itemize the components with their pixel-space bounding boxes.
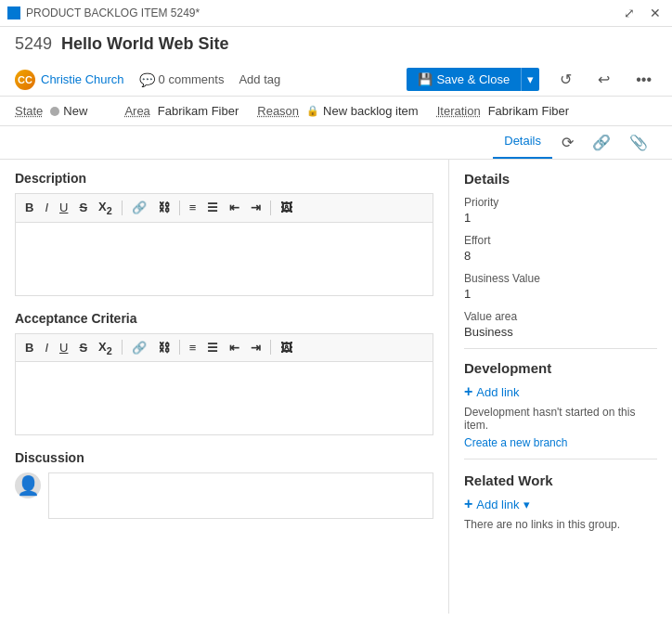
strikethrough-button-1[interactable]: S — [75, 199, 91, 216]
toolbar-sep-5 — [179, 340, 180, 355]
content-area: Description B I U S X2 🔗 ⛓ ≡ ☰ ⇤ ⇥ 🖼 Acc… — [0, 160, 672, 614]
image-button-2[interactable]: 🖼 — [277, 339, 296, 356]
list-button-1a[interactable]: ≡ — [186, 199, 200, 216]
underline-button-1[interactable]: U — [56, 199, 71, 216]
save-close-button[interactable]: 💾 Save & Close — [407, 68, 521, 91]
description-section-title: Description — [15, 171, 433, 186]
related-add-link-label: Add link — [476, 498, 519, 511]
related-add-link-button[interactable]: + Add link ▾ — [464, 496, 530, 512]
plus-icon-dev: + — [464, 383, 472, 400]
toolbar-sep-4 — [122, 340, 123, 355]
business-value-label: Business Value — [464, 272, 657, 285]
description-editor[interactable] — [15, 222, 433, 296]
sub-header: CC Christie Church 💬 0 comments Add tag … — [0, 63, 672, 97]
item-title[interactable]: Hello World Web Site — [61, 34, 228, 54]
tab-attachments[interactable]: 📎 — [620, 126, 657, 159]
save-icon: 💾 — [418, 72, 433, 86]
bold-button-1[interactable]: B — [21, 199, 37, 216]
related-work-section: Related Work + Add link ▾ There are no l… — [464, 472, 657, 531]
toolbar-sep-6 — [270, 340, 271, 355]
details-panel-title: Details — [464, 171, 657, 187]
tab-details[interactable]: Details — [493, 126, 552, 159]
save-close-label: Save & Close — [436, 72, 510, 86]
related-work-title: Related Work — [464, 472, 657, 488]
area-field: Area Fabrikam Fiber — [124, 104, 239, 118]
dev-note: Development hasn't started on this item. — [464, 406, 657, 432]
tab-history[interactable]: ⟳ — [552, 126, 583, 159]
priority-field: Priority 1 — [464, 196, 657, 225]
left-panel: Description B I U S X2 🔗 ⛓ ≡ ☰ ⇤ ⇥ 🖼 Acc… — [0, 160, 449, 614]
link2-button-2[interactable]: ⛓ — [154, 339, 174, 356]
priority-value[interactable]: 1 — [464, 211, 657, 225]
business-value-value[interactable]: 1 — [464, 287, 657, 301]
italic-button-2[interactable]: I — [41, 339, 52, 356]
iteration-label: Iteration — [437, 104, 481, 118]
acceptance-toolbar: B I U S X2 🔗 ⛓ ≡ ☰ ⇤ ⇥ 🖼 — [15, 333, 433, 362]
add-tag-button[interactable]: Add tag — [239, 72, 280, 86]
subscript-button-1[interactable]: X2 — [95, 198, 116, 218]
list-button-1b[interactable]: ☰ — [203, 199, 222, 216]
indent-button-1b[interactable]: ⇥ — [247, 199, 265, 216]
acceptance-criteria-editor[interactable] — [15, 361, 433, 435]
development-title: Development — [464, 360, 657, 376]
comments-area[interactable]: 💬 0 comments — [139, 72, 225, 87]
image-button-1[interactable]: 🖼 — [277, 199, 296, 216]
indent-button-2b[interactable]: ⇥ — [247, 339, 265, 356]
subscript-button-2[interactable]: X2 — [95, 338, 116, 358]
person-icon: 👤 — [17, 474, 40, 497]
area-value[interactable]: Fabrikam Fiber — [158, 104, 239, 118]
iteration-value[interactable]: Fabrikam Fiber — [488, 104, 569, 118]
priority-label: Priority — [464, 196, 657, 209]
bold-button-2[interactable]: B — [21, 339, 37, 356]
link-button-1[interactable]: 🔗 — [128, 199, 150, 216]
state-field: State New — [15, 104, 87, 118]
list-button-2a[interactable]: ≡ — [186, 339, 200, 356]
strikethrough-button-2[interactable]: S — [75, 339, 91, 356]
value-area-label: Value area — [464, 310, 657, 323]
right-panel: Details Priority 1 Effort 8 Business Val… — [449, 160, 672, 614]
state-value[interactable]: New — [63, 104, 87, 118]
user-info[interactable]: CC Christie Church — [15, 70, 124, 90]
toolbar-sep-3 — [270, 201, 271, 215]
avatar: CC — [15, 70, 35, 90]
comments-icon: 💬 — [139, 72, 155, 87]
save-dropdown-button[interactable]: ▾ — [521, 68, 539, 91]
user-name[interactable]: Christie Church — [41, 72, 124, 86]
close-button[interactable]: ✕ — [646, 4, 665, 22]
dev-add-link-label: Add link — [476, 385, 519, 399]
more-options-button[interactable]: ••• — [630, 68, 657, 92]
discussion-avatar: 👤 — [15, 472, 41, 498]
description-toolbar: B I U S X2 🔗 ⛓ ≡ ☰ ⇤ ⇥ 🖼 — [15, 193, 433, 222]
value-area-value[interactable]: Business — [464, 325, 657, 339]
link2-button-1[interactable]: ⛓ — [154, 199, 174, 216]
area-label: Area — [124, 104, 149, 118]
expand-button[interactable]: ⤢ — [620, 4, 639, 22]
reason-label: Reason — [257, 104, 299, 118]
state-dot — [50, 107, 59, 116]
list-button-2b[interactable]: ☰ — [203, 339, 222, 356]
effort-label: Effort — [464, 234, 657, 247]
indent-button-1a[interactable]: ⇤ — [226, 199, 243, 216]
effort-value[interactable]: 8 — [464, 249, 657, 263]
reason-value[interactable]: New backlog item — [323, 104, 419, 118]
title-bar: PRODUCT BACKLOG ITEM 5249* ⤢ ✕ — [0, 0, 672, 27]
refresh-button[interactable]: ↺ — [554, 67, 577, 92]
acceptance-criteria-title: Acceptance Criteria — [15, 311, 433, 326]
divider-2 — [464, 459, 657, 459]
tab-links[interactable]: 🔗 — [583, 126, 620, 159]
create-branch-link[interactable]: Create a new branch — [464, 436, 567, 449]
indent-button-2a[interactable]: ⇤ — [226, 339, 243, 356]
tabs: Details ⟳ 🔗 📎 — [0, 126, 672, 160]
main-header: 5249 Hello World Web Site — [0, 27, 672, 63]
toolbar-sep-1 — [122, 201, 123, 215]
discussion-input-row: 👤 — [15, 472, 433, 519]
divider-1 — [464, 348, 657, 349]
italic-button-1[interactable]: I — [41, 199, 52, 216]
underline-button-2[interactable]: U — [56, 339, 71, 356]
development-section: Development + Add link Development hasn'… — [464, 360, 657, 449]
link-button-2[interactable]: 🔗 — [128, 339, 150, 356]
undo-button[interactable]: ↩ — [592, 67, 615, 92]
save-group: 💾 Save & Close ▾ — [407, 68, 539, 91]
dev-add-link-button[interactable]: + Add link — [464, 383, 520, 400]
discussion-input[interactable] — [48, 472, 433, 519]
